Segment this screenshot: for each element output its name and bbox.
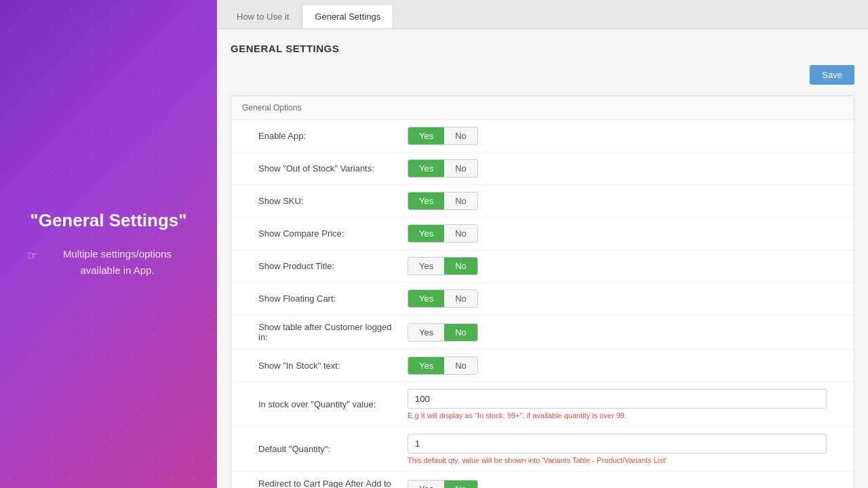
hand-icon: ☞	[27, 246, 38, 266]
setting-control-out-of-stock: Yes No	[408, 159, 827, 178]
setting-label-show-floating-cart: Show Floating Cart:	[258, 293, 408, 304]
setting-control-show-floating-cart: Yes No	[408, 289, 827, 308]
toggle-show-product-title-no[interactable]: No	[444, 258, 477, 274]
setting-control-show-table-logged-in: Yes No	[408, 323, 827, 342]
toggle-show-table-logged-in-yes[interactable]: Yes	[408, 324, 444, 341]
setting-redirect-to-cart: Redirect to Cart Page After Add to Cart:…	[231, 472, 854, 488]
setting-label-show-sku: Show SKU:	[258, 196, 408, 206]
toggle-show-sku-yes[interactable]: Yes	[408, 192, 444, 209]
setting-enable-app: Enable App: Yes No	[231, 120, 854, 152]
sidebar-title: "General Settings"	[27, 209, 190, 232]
settings-card-header: General Options	[231, 96, 854, 120]
setting-label-out-of-stock: Show "Out of Stock" Variants:	[258, 163, 408, 174]
toggle-redirect-to-cart-no[interactable]: No	[444, 481, 477, 489]
main-content: How to Use it General Settings GENERAL S…	[217, 0, 868, 488]
setting-control-show-product-title: Yes No	[408, 257, 827, 275]
tab-bar: How to Use it General Settings	[217, 0, 868, 29]
toggle-out-of-stock: Yes No	[408, 159, 478, 178]
toggle-show-sku-no[interactable]: No	[444, 192, 477, 209]
setting-label-show-compare-price: Show Compare Price:	[258, 228, 408, 239]
setting-control-show-compare-price: Yes No	[408, 224, 827, 243]
setting-control-redirect-to-cart: Yes No	[408, 480, 827, 489]
toggle-show-product-title-yes[interactable]: Yes	[408, 258, 444, 274]
setting-show-sku: Show SKU: Yes No	[231, 185, 854, 218]
default-quantity-hint: This default qty. value will be shown in…	[408, 456, 827, 464]
toggle-show-product-title: Yes No	[408, 257, 478, 275]
toggle-enable-app: Yes No	[408, 127, 478, 145]
toggle-show-in-stock-text-no[interactable]: No	[444, 357, 477, 374]
toggle-show-compare-price: Yes No	[408, 224, 478, 243]
setting-label-show-product-title: Show Product Title:	[258, 261, 408, 271]
toggle-redirect-to-cart-yes[interactable]: Yes	[408, 481, 444, 489]
setting-label-show-in-stock-text: Show "In Stock" text:	[258, 361, 408, 371]
toggle-show-in-stock-text-yes[interactable]: Yes	[408, 357, 444, 374]
setting-label-redirect-to-cart: Redirect to Cart Page After Add to Cart:	[258, 479, 408, 488]
setting-control-enable-app: Yes No	[408, 127, 827, 145]
toggle-enable-app-no[interactable]: No	[444, 127, 477, 144]
toggle-show-compare-price-yes[interactable]: Yes	[408, 225, 444, 242]
setting-label-show-table-logged-in: Show table after Customer logged in:	[258, 322, 408, 342]
setting-control-default-quantity: This default qty. value will be shown in…	[408, 434, 827, 464]
setting-show-product-title: Show Product Title: Yes No	[231, 250, 854, 283]
toggle-show-table-logged-in: Yes No	[408, 323, 478, 342]
toggle-redirect-to-cart: Yes No	[408, 480, 478, 489]
setting-label-default-quantity: Default "Quantity":	[258, 444, 408, 454]
toggle-show-in-stock-text: Yes No	[408, 357, 478, 375]
settings-card: General Options Enable App: Yes No Show …	[231, 96, 854, 488]
setting-show-compare-price: Show Compare Price: Yes No	[231, 218, 854, 250]
setting-label-enable-app: Enable App:	[258, 131, 408, 141]
toggle-enable-app-yes[interactable]: Yes	[408, 127, 444, 144]
page-title: GENERAL SETTINGS	[231, 43, 854, 54]
save-button[interactable]: Save	[810, 65, 854, 85]
setting-label-in-stock-quantity: In stock over "Quantity" value:	[258, 399, 408, 409]
in-stock-quantity-hint: E.g It will display as "In stock: 99+", …	[408, 411, 827, 420]
default-quantity-input[interactable]	[408, 434, 827, 453]
setting-show-table-logged-in: Show table after Customer logged in: Yes…	[231, 315, 854, 350]
sidebar-desc-text: Multiple settings/options available in A…	[45, 246, 190, 279]
in-stock-quantity-input[interactable]	[408, 389, 827, 409]
setting-control-show-sku: Yes No	[408, 192, 827, 210]
content-area: GENERAL SETTINGS Save General Options En…	[217, 29, 868, 488]
setting-show-floating-cart: Show Floating Cart: Yes No	[231, 283, 854, 315]
setting-control-in-stock-quantity: E.g It will display as "In stock: 99+", …	[408, 389, 827, 420]
tab-general-settings[interactable]: General Settings	[302, 4, 393, 28]
setting-out-of-stock: Show "Out of Stock" Variants: Yes No	[231, 152, 854, 185]
sidebar-content: "General Settings" ☞ Multiple settings/o…	[27, 209, 190, 279]
sidebar: "General Settings" ☞ Multiple settings/o…	[0, 0, 217, 488]
toggle-show-sku: Yes No	[408, 192, 478, 210]
setting-control-show-in-stock-text: Yes No	[408, 357, 827, 375]
sidebar-description: ☞ Multiple settings/options available in…	[27, 246, 190, 279]
toggle-out-of-stock-no[interactable]: No	[444, 160, 477, 177]
toggle-show-table-logged-in-no[interactable]: No	[444, 324, 477, 341]
toggle-out-of-stock-yes[interactable]: Yes	[408, 160, 444, 177]
toggle-show-floating-cart-yes[interactable]: Yes	[408, 290, 444, 307]
setting-in-stock-quantity: In stock over "Quantity" value: E.g It w…	[231, 382, 854, 427]
setting-show-in-stock-text: Show "In Stock" text: Yes No	[231, 350, 854, 382]
tab-how-to-use[interactable]: How to Use it	[224, 4, 302, 28]
toggle-show-floating-cart: Yes No	[408, 289, 478, 308]
toggle-show-compare-price-no[interactable]: No	[444, 225, 477, 242]
toolbar: Save	[231, 65, 854, 85]
toggle-show-floating-cart-no[interactable]: No	[444, 290, 477, 307]
setting-default-quantity: Default "Quantity": This default qty. va…	[231, 427, 854, 472]
